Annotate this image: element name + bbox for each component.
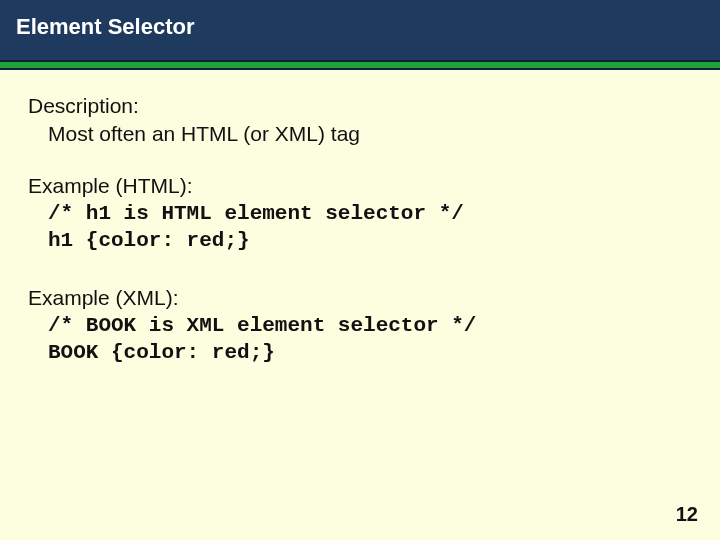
slide-content: Description: Most often an HTML (or XML)…	[0, 70, 720, 364]
example-xml-label: Example (XML):	[28, 286, 692, 310]
slide-title: Element Selector	[16, 14, 195, 39]
code-line: h1 {color: red;}	[48, 229, 692, 252]
description-label: Description:	[28, 94, 692, 118]
description-text: Most often an HTML (or XML) tag	[48, 122, 692, 146]
slide-header: Element Selector	[0, 0, 720, 60]
code-line: /* BOOK is XML element selector */	[48, 314, 692, 337]
example-html-label: Example (HTML):	[28, 174, 692, 198]
accent-bar	[0, 60, 720, 70]
example-html-code: /* h1 is HTML element selector */ h1 {co…	[28, 202, 692, 252]
code-line: /* h1 is HTML element selector */	[48, 202, 692, 225]
example-xml-code: /* BOOK is XML element selector */ BOOK …	[28, 314, 692, 364]
page-number: 12	[676, 503, 698, 526]
code-line: BOOK {color: red;}	[48, 341, 692, 364]
